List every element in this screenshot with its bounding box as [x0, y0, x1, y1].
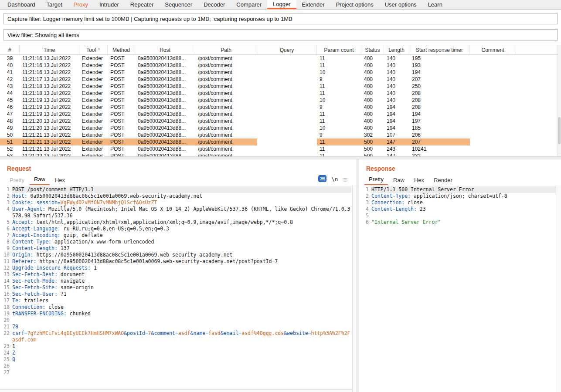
request-editor[interactable]: 1POST /post/comment HTTP/1.12Host: 0a950…: [0, 185, 357, 392]
menu-item-user-options[interactable]: User options: [379, 0, 422, 9]
line-number: 10: [0, 252, 12, 258]
table-cell: 140: [384, 76, 409, 83]
table-cell: 39: [0, 55, 20, 62]
menu-item-intruder[interactable]: Intruder: [94, 0, 125, 9]
column-header-param-count[interactable]: Param count: [317, 45, 361, 54]
line-content: Content-Type: application/x-www-form-url…: [12, 239, 351, 245]
table-cell: 400: [361, 76, 384, 83]
table-cell: POST: [108, 97, 135, 104]
response-editor-vscrollbar[interactable]: [557, 185, 561, 392]
view-filter-bar[interactable]: View filter: Showing all items: [3, 29, 558, 41]
horizontal-splitter[interactable]: [0, 156, 561, 159]
table-cell: Extender: [79, 69, 108, 76]
table-cell: 0a9500020413d88...: [135, 118, 195, 125]
table-row[interactable]: 4611:21:19 13 Jul 2022ExtenderPOST0a9500…: [0, 104, 558, 111]
table-cell: /post/comment: [195, 76, 257, 83]
menu-item-decoder[interactable]: Decoder: [198, 0, 231, 9]
column-header-label: Query: [280, 47, 294, 53]
table-row[interactable]: 4911:21:20 13 Jul 2022ExtenderPOST0a9500…: [0, 125, 558, 132]
sort-asc-icon: ^: [98, 47, 100, 52]
column-header-method[interactable]: Method: [108, 45, 135, 54]
table-cell: 11:21:20 13 Jul 2022: [20, 125, 79, 132]
menu-item-learn[interactable]: Learn: [422, 0, 448, 9]
tab-hex[interactable]: Hex: [410, 176, 428, 185]
tab-render[interactable]: Render: [429, 176, 457, 185]
column-header-label: Path: [221, 47, 231, 53]
editor-line: 3Cookie: session=VgFWy4D2vMfON7vMNMhjQlS…: [0, 199, 351, 206]
table-cell: 11:21:21 13 Jul 2022: [20, 132, 79, 139]
column-header-host[interactable]: Host: [135, 45, 195, 54]
line-number: 23: [0, 343, 12, 350]
column-header-query[interactable]: Query: [257, 45, 317, 54]
tab-raw[interactable]: Raw: [389, 176, 409, 185]
table-cell: 44: [0, 90, 20, 97]
column-header-label: Method: [112, 47, 130, 53]
request-editor-vscrollbar[interactable]: [352, 185, 357, 392]
table-row[interactable]: 5111:21:21 13 Jul 2022ExtenderPOST0a9500…: [0, 139, 558, 145]
column-header-[interactable]: #: [0, 45, 20, 54]
table-scrollbar[interactable]: [558, 45, 561, 156]
menu-item-target[interactable]: Target: [41, 0, 68, 9]
show-newlines-icon[interactable]: \n: [332, 176, 338, 182]
line-number: 2: [0, 193, 12, 199]
tab-pretty[interactable]: Pretty: [5, 176, 29, 185]
tab-hex[interactable]: Hex: [51, 176, 69, 185]
menu-item-proxy[interactable]: Proxy: [68, 0, 94, 9]
table-cell: 147: [384, 152, 409, 156]
table-cell: POST: [108, 152, 135, 156]
menu-item-comparer[interactable]: Comparer: [231, 0, 267, 9]
table-row[interactable]: 4711:21:19 13 Jul 2022ExtenderPOST0a9500…: [0, 111, 558, 118]
table-cell: /post/comment: [195, 97, 257, 104]
table-cell: POST: [108, 76, 135, 83]
table-cell: /post/comment: [195, 139, 257, 145]
line-number: 7: [0, 232, 12, 239]
request-editor-hscrollbar[interactable]: [0, 389, 352, 392]
table-row[interactable]: 4211:21:17 13 Jul 2022ExtenderPOST0a9500…: [0, 76, 558, 83]
table-row[interactable]: 4511:21:19 13 Jul 2022ExtenderPOST0a9500…: [0, 97, 558, 104]
table-row[interactable]: 5011:21:21 13 Jul 2022ExtenderPOST0a9500…: [0, 132, 558, 139]
response-editor[interactable]: 1HTTP/1.1 500 Internal Server Error2Cont…: [359, 185, 561, 392]
line-content: Sec-Fetch-Site: same-origin: [12, 284, 351, 291]
table-row[interactable]: 4311:21:18 13 Jul 2022ExtenderPOST0a9500…: [0, 83, 558, 90]
menu-item-dashboard[interactable]: Dashboard: [2, 0, 41, 9]
tab-pretty[interactable]: Pretty: [364, 175, 388, 185]
table-row[interactable]: 5211:21:21 13 Jul 2022ExtenderPOST0a9500…: [0, 145, 558, 152]
request-tabs: PrettyRawHex \n ≡: [0, 174, 357, 185]
table-cell: 47: [0, 111, 20, 118]
column-header-comment[interactable]: Comment: [470, 45, 516, 54]
table-row[interactable]: 4811:21:20 13 Jul 2022ExtenderPOST0a9500…: [0, 118, 558, 125]
column-header-status[interactable]: Status: [361, 45, 384, 54]
menu-item-project-options[interactable]: Project options: [330, 0, 379, 9]
table-row[interactable]: 3911:21:16 13 Jul 2022ExtenderPOST0a9500…: [0, 55, 558, 62]
pretty-print-icon[interactable]: [318, 175, 326, 184]
column-header-length[interactable]: Length: [384, 45, 409, 54]
column-header-start-response-timer[interactable]: Start response timer: [409, 45, 470, 54]
editor-line: 6Accept-Language: ru-RU,ru;q=0.8,en-US;q…: [0, 226, 351, 232]
view-filter-text: View filter: Showing all items: [7, 32, 79, 38]
menu-item-extender[interactable]: Extender: [296, 0, 330, 9]
line-number: 3: [359, 199, 371, 206]
table-row[interactable]: 5311:21:22 13 Jul 2022ExtenderPOST0a9500…: [0, 152, 558, 156]
table-row[interactable]: 4011:21:16 13 Jul 2022ExtenderPOST0a9500…: [0, 62, 558, 69]
capture-filter-bar[interactable]: Capture filter: Logger memory limit set …: [3, 13, 558, 24]
tab-raw[interactable]: Raw: [30, 175, 50, 185]
table-cell: 52: [0, 145, 20, 152]
menu-item-logger[interactable]: Logger: [267, 0, 296, 9]
column-header-tool[interactable]: Tool^: [79, 45, 108, 54]
table-cell: POST: [108, 69, 135, 76]
column-header-path[interactable]: Path: [195, 45, 257, 54]
table-cell: POST: [108, 125, 135, 132]
table-cell: 208: [409, 104, 470, 111]
table-cell: /post/comment: [195, 152, 257, 156]
menu-item-sequencer[interactable]: Sequencer: [159, 0, 198, 9]
table-row[interactable]: 4111:21:16 13 Jul 2022ExtenderPOST0a9500…: [0, 69, 558, 76]
column-header-time[interactable]: Time: [20, 45, 79, 54]
line-content: tRANSFER-ENCODING: chunked: [12, 311, 351, 317]
menu-bar: DashboardTargetProxyIntruderRepeaterSequ…: [0, 0, 561, 10]
table-cell: 194: [409, 69, 470, 76]
table-row[interactable]: 4411:21:18 13 Jul 2022ExtenderPOST0a9500…: [0, 90, 558, 97]
menu-item-repeater[interactable]: Repeater: [125, 0, 159, 9]
line-number: 12: [0, 265, 12, 271]
editor-menu-icon[interactable]: ≡: [343, 176, 347, 183]
table-scrollbar-thumb[interactable]: [558, 117, 561, 144]
